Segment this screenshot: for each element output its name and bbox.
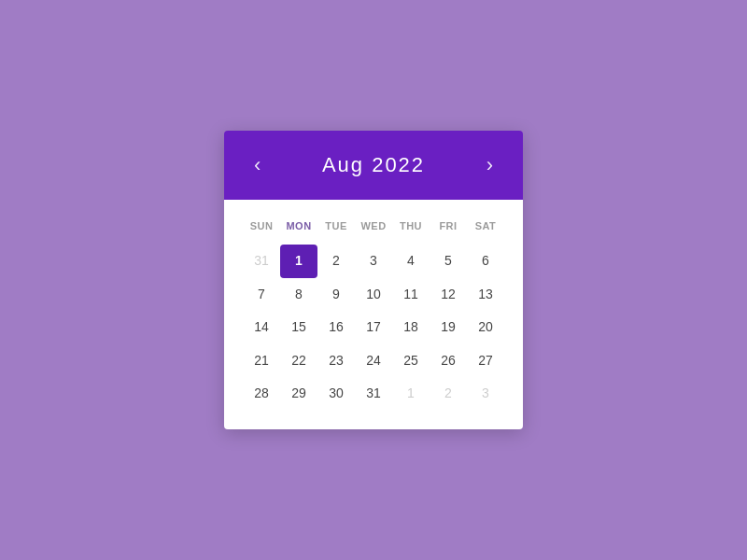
next-month-button[interactable]: › xyxy=(479,151,500,179)
day-cell[interactable]: 30 xyxy=(317,377,355,411)
day-cell[interactable]: 3 xyxy=(355,245,392,278)
day-header-thu: THU xyxy=(392,215,430,237)
day-cell[interactable]: 4 xyxy=(392,245,430,278)
day-cell[interactable]: 16 xyxy=(317,311,355,344)
day-cell[interactable]: 23 xyxy=(317,344,355,378)
day-header-fri: FRI xyxy=(430,215,467,237)
day-cell: 3 xyxy=(467,377,504,411)
day-cell[interactable]: 26 xyxy=(430,344,467,378)
day-cell[interactable]: 7 xyxy=(243,278,280,312)
day-cell[interactable]: 13 xyxy=(467,278,504,312)
day-cell[interactable]: 18 xyxy=(392,311,430,344)
day-header-tue: TUE xyxy=(317,215,355,237)
day-cell[interactable]: 6 xyxy=(467,245,504,278)
day-cell[interactable]: 29 xyxy=(280,377,317,411)
day-cell: 2 xyxy=(430,377,467,411)
day-cell[interactable]: 8 xyxy=(280,278,317,312)
day-cell[interactable]: 14 xyxy=(243,311,280,344)
day-cell[interactable]: 5 xyxy=(430,245,467,278)
day-cell[interactable]: 27 xyxy=(467,344,504,378)
day-cell[interactable]: 1 xyxy=(280,245,317,278)
day-cell[interactable]: 2 xyxy=(317,245,355,278)
day-cell[interactable]: 15 xyxy=(280,311,317,344)
day-header-wed: WED xyxy=(355,215,392,237)
day-cell[interactable]: 22 xyxy=(280,344,317,378)
day-cell[interactable]: 19 xyxy=(430,311,467,344)
day-headers-row: SUNMONTUEWEDTHUFRISAT xyxy=(243,215,504,237)
day-cell[interactable]: 12 xyxy=(430,278,467,312)
day-cell[interactable]: 24 xyxy=(355,344,392,378)
day-cell: 31 xyxy=(243,245,280,278)
day-cell: 1 xyxy=(392,377,430,411)
month-year-label: Aug 2022 xyxy=(322,153,425,177)
day-cell[interactable]: 28 xyxy=(243,377,280,411)
day-cell[interactable]: 21 xyxy=(243,344,280,378)
calendar-body: SUNMONTUEWEDTHUFRISAT 311234567891011121… xyxy=(224,200,523,429)
day-cell[interactable]: 11 xyxy=(392,278,430,312)
calendar-grid: 3112345678910111213141516171819202122232… xyxy=(243,245,504,411)
day-cell[interactable]: 9 xyxy=(317,278,355,312)
day-header-sat: SAT xyxy=(467,215,504,237)
calendar-widget: ‹ Aug 2022 › SUNMONTUEWEDTHUFRISAT 31123… xyxy=(224,131,523,429)
day-cell[interactable]: 31 xyxy=(355,377,392,411)
day-cell[interactable]: 17 xyxy=(355,311,392,344)
day-cell[interactable]: 20 xyxy=(467,311,504,344)
day-header-mon: MON xyxy=(280,215,317,237)
day-header-sun: SUN xyxy=(243,215,280,237)
day-cell[interactable]: 10 xyxy=(355,278,392,312)
day-cell[interactable]: 25 xyxy=(392,344,430,378)
calendar-header: ‹ Aug 2022 › xyxy=(224,131,523,200)
prev-month-button[interactable]: ‹ xyxy=(247,151,268,179)
